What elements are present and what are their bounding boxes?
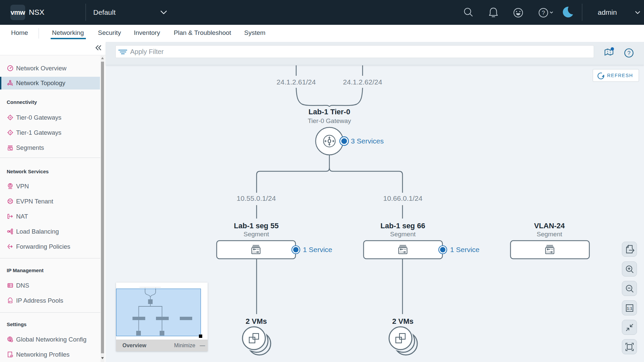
svg-text:?: ?: [542, 10, 545, 16]
svg-text:1: 1: [9, 131, 11, 134]
svg-text:1:1: 1:1: [627, 306, 632, 310]
svg-text:0: 0: [9, 116, 11, 119]
